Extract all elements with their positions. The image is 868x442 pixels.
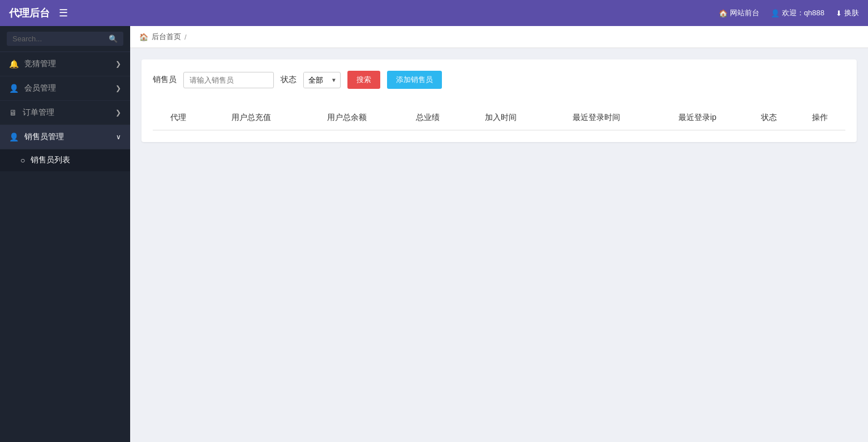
col-last-login-ip: 最近登录ip <box>651 106 744 130</box>
filter-card: 销售员 状态 全部 ▼ 搜索 添加销售员 <box>141 59 857 142</box>
status-select-wrapper: 全部 ▼ <box>303 72 341 88</box>
chevron-right-icon: ❯ <box>115 60 121 68</box>
main-layout: 🔍 🔔 竞猜管理 ❯ 👤 会员管理 ❯ 🖥 订单管理 ❯ <box>0 26 868 442</box>
table-wrapper: 代理 用户总充值 用户总余额 总业绩 加入时间 最近登录时间 最近登录ip 状态… <box>153 100 845 142</box>
breadcrumb-separator: / <box>184 33 187 41</box>
status-select[interactable]: 全部 <box>304 72 328 88</box>
logout-icon: ⬇ <box>836 9 842 18</box>
monitor-icon: 🖥 <box>9 108 17 117</box>
col-user-total-balance: 用户总余额 <box>299 106 395 130</box>
breadcrumb: 🏠 后台首页 / <box>130 26 868 48</box>
chevron-down-icon: ∨ <box>116 133 121 141</box>
search-button[interactable]: 搜索 <box>347 71 380 89</box>
circle-icon: ○ <box>20 156 25 165</box>
user-icon: 👤 <box>771 9 780 18</box>
select-arrow-icon: ▼ <box>328 74 340 87</box>
col-total-performance: 总业绩 <box>394 106 460 130</box>
navbar-right: 🏠 网站前台 👤 欢迎：qh888 ⬇ 换肤 <box>719 8 859 18</box>
page-content: 销售员 状态 全部 ▼ 搜索 添加销售员 <box>130 48 868 442</box>
filter-row: 销售员 状态 全部 ▼ 搜索 添加销售员 <box>153 71 845 100</box>
table-header: 代理 用户总充值 用户总余额 总业绩 加入时间 最近登录时间 最近登录ip 状态… <box>153 106 845 130</box>
bell-icon: 🔔 <box>9 59 19 68</box>
user-icon: 👤 <box>9 132 19 141</box>
content-area: 🏠 后台首页 / 销售员 状态 全部 ▼ 搜索 <box>130 26 868 442</box>
chevron-right-icon: ❯ <box>115 84 121 92</box>
breadcrumb-home-link[interactable]: 后台首页 <box>152 32 181 42</box>
sidebar-item-jingcai[interactable]: 🔔 竞猜管理 ❯ <box>0 52 130 76</box>
sidebar-item-label: 销售员管理 <box>24 132 64 142</box>
chevron-right-icon: ❯ <box>115 109 121 117</box>
table-header-row: 代理 用户总充值 用户总余额 总业绩 加入时间 最近登录时间 最近登录ip 状态… <box>153 106 845 130</box>
salesperson-table: 代理 用户总充值 用户总余额 总业绩 加入时间 最近登录时间 最近登录ip 状态… <box>153 106 845 131</box>
sidebar-item-label: 竞猜管理 <box>24 59 56 69</box>
sidebar-sub-item-label: 销售员列表 <box>31 155 70 165</box>
welcome-label: 👤 欢迎：qh888 <box>771 8 824 18</box>
logout-link[interactable]: ⬇ 换肤 <box>836 8 859 18</box>
user-icon: 👤 <box>9 84 19 93</box>
sidebar-item-huiyuan[interactable]: 👤 会员管理 ❯ <box>0 76 130 101</box>
col-status: 状态 <box>744 106 794 130</box>
status-label: 状态 <box>281 75 297 85</box>
col-user-total-recharge: 用户总充值 <box>204 106 299 130</box>
salesperson-label: 销售员 <box>153 75 177 85</box>
sidebar-item-xiaoshouyuan[interactable]: 👤 销售员管理 ∨ <box>0 125 130 149</box>
col-join-time: 加入时间 <box>461 106 541 130</box>
sidebar-item-label: 订单管理 <box>23 108 54 118</box>
col-action: 操作 <box>794 106 845 130</box>
salesperson-input[interactable] <box>183 72 274 88</box>
home-icon: 🏠 <box>719 9 728 18</box>
website-link[interactable]: 🏠 网站前台 <box>719 8 759 18</box>
col-daili: 代理 <box>153 106 204 130</box>
search-icon[interactable]: 🔍 <box>109 35 118 43</box>
add-salesperson-button[interactable]: 添加销售员 <box>387 71 442 89</box>
app-title: 代理后台 <box>9 6 50 20</box>
sidebar-item-label: 会员管理 <box>24 83 56 93</box>
menu-toggle-icon[interactable]: ☰ <box>59 7 68 19</box>
sidebar: 🔍 🔔 竞猜管理 ❯ 👤 会员管理 ❯ 🖥 订单管理 ❯ <box>0 26 130 442</box>
search-input[interactable] <box>12 35 109 43</box>
top-navbar: 代理后台 ☰ 🏠 网站前台 👤 欢迎：qh888 ⬇ 换肤 <box>0 0 868 26</box>
sidebar-search-wrapper: 🔍 <box>0 26 130 52</box>
sidebar-search-inner: 🔍 <box>7 32 123 46</box>
breadcrumb-home-icon: 🏠 <box>139 33 148 41</box>
navbar-left: 代理后台 ☰ <box>9 6 68 20</box>
sidebar-item-dingdan[interactable]: 🖥 订单管理 ❯ <box>0 101 130 125</box>
col-last-login-time: 最近登录时间 <box>541 106 651 130</box>
sidebar-sub-item-list[interactable]: ○ 销售员列表 <box>0 149 130 171</box>
